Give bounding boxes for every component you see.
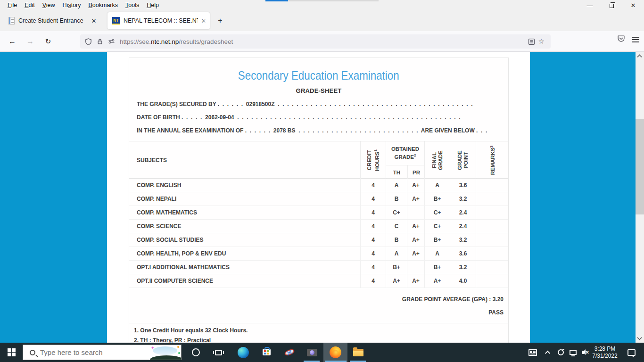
recorder-icon [558, 349, 564, 355]
lock-icon[interactable] [97, 38, 103, 45]
menu-item[interactable]: Help [143, 2, 163, 8]
permissions-icon[interactable] [108, 38, 115, 45]
taskbar-clock[interactable]: 3:28 PM 7/31/2022 [588, 343, 621, 362]
cell-th-grade: C+ [386, 206, 407, 219]
header-pr: PR [407, 165, 425, 179]
screen-recorder-tray-button[interactable] [555, 343, 566, 362]
search-icon [30, 350, 35, 355]
tab-nepal-telecom-active[interactable]: NT NEPAL TELECOM :: SEE.NTC.NET ✕ [107, 12, 210, 29]
file-explorer-button[interactable] [349, 343, 368, 362]
cell-subject: COMP. MATHEMATICS [129, 206, 360, 219]
page-subtitle: GRADE-SHEET [129, 87, 508, 94]
menu-item[interactable]: File [4, 2, 21, 8]
cell-final-grade: A [424, 247, 450, 260]
menu-item[interactable]: Bookmarks [85, 2, 122, 8]
back-button[interactable]: ← [6, 35, 19, 48]
network-icon [570, 350, 577, 355]
cell-subject: COMP. ENGLISH [129, 179, 360, 192]
footnote: 2. TH : Theory, PR : Practical [134, 336, 248, 343]
scrollbar-thumb[interactable] [636, 119, 644, 214]
cell-grade-point: 2.4 [450, 206, 476, 219]
loading-strip-track [288, 0, 379, 1]
microsoft-store-button[interactable] [257, 343, 276, 362]
tray-expand-button[interactable] [543, 343, 554, 362]
network-tray-button[interactable] [567, 343, 579, 362]
edge-icon [238, 347, 249, 358]
cell-final-grade: B+ [424, 233, 450, 247]
camera-button[interactable] [303, 343, 322, 362]
table-row: COMP. HEALTH, POP & ENV EDU 4 A A+ A 3.6 [129, 247, 508, 261]
task-view-button[interactable] [209, 343, 228, 362]
url-text[interactable]: https://see.ntc.net.np/results/gradeshee… [120, 38, 523, 45]
news-widgets-button[interactable] [526, 343, 539, 362]
close-button[interactable]: ✕ [622, 0, 644, 10]
header-remarks: REMARKS3 [476, 141, 508, 179]
cell-credit-hours: 4 [360, 274, 386, 288]
cell-credit-hours: 4 [360, 261, 386, 274]
tab-close-icon[interactable]: ✕ [89, 16, 99, 25]
cell-remarks [476, 179, 508, 192]
navigation-bar: ← → ↻ https://see.ntc.net.np/results/gra… [0, 31, 644, 52]
cell-grade-point: 3.2 [450, 192, 476, 206]
header-subjects: SUBJECTS [129, 141, 360, 179]
table-row: COMP. ENGLISH 4 A A+ A 3.6 [129, 179, 508, 192]
search-input[interactable] [40, 348, 150, 356]
gpa-summary: GRADE POINT AVERAGE (GPA) : 3.20 [402, 296, 504, 303]
cell-pr-grade: A+ [407, 179, 424, 192]
cell-subject: COMP. HEALTH, POP & ENV EDU [129, 247, 360, 260]
snipping-tool-button[interactable] [280, 343, 299, 362]
table-body: COMP. ENGLISH 4 A A+ A 3.6 COMP. NEPALI [129, 179, 508, 288]
divider [129, 323, 508, 323]
forward-button[interactable]: → [24, 35, 37, 48]
menu-item[interactable]: History [59, 2, 85, 8]
taskbar-search[interactable]: ✦ [23, 345, 182, 360]
taskbar: ✦ ✕ 3:28 PM 7/31/2022 [0, 343, 644, 362]
cell-remarks [476, 274, 508, 288]
cell-th-grade: B+ [386, 261, 407, 274]
cell-remarks [476, 192, 508, 206]
shield-icon[interactable] [85, 38, 92, 45]
menu-item[interactable]: View [39, 2, 59, 8]
tab-create-student-entrance[interactable]: Create Student Entrance ✕ [4, 12, 104, 29]
cell-grade-point: 4.0 [450, 274, 476, 288]
clock-date: 7/31/2022 [592, 353, 617, 360]
cell-final-grade: C+ [424, 220, 450, 233]
cell-final-grade: B+ [424, 192, 450, 206]
menu-item[interactable]: Tools [122, 2, 143, 8]
menu-hamburger-icon[interactable] [632, 37, 639, 42]
pocket-icon[interactable] [617, 35, 625, 44]
cell-subject: OPT.II COMPUTER SCIENCE [129, 274, 360, 288]
firefox-button-active[interactable] [323, 343, 347, 362]
vertical-scrollbar[interactable] [636, 52, 644, 343]
cell-grade-point: 3.2 [450, 233, 476, 247]
url-bar[interactable]: https://see.ntc.net.np/results/gradeshee… [80, 34, 551, 49]
loading-strip-progress [265, 0, 288, 1]
cell-final-grade: A [424, 179, 450, 192]
cell-th-grade: A [386, 179, 407, 192]
restore-button[interactable] [601, 0, 622, 10]
header-grade-point: GRADE POINT [450, 141, 476, 179]
nt-favicon: NT [112, 17, 120, 25]
cortana-button[interactable] [186, 343, 205, 362]
minimize-button[interactable]: — [579, 0, 601, 10]
reload-button[interactable]: ↻ [41, 35, 55, 48]
start-button[interactable] [0, 343, 23, 362]
edge-button[interactable] [234, 343, 253, 362]
new-tab-button[interactable]: + [215, 15, 226, 26]
scroll-down-icon[interactable] [637, 335, 642, 340]
cell-credit-hours: 4 [360, 233, 386, 247]
reader-mode-icon[interactable] [528, 38, 535, 45]
cell-remarks [476, 233, 508, 247]
bookmark-star-icon[interactable]: ☆ [535, 37, 548, 46]
footnotes: 1. One Credit Hour equals 32 Clock Hours… [134, 326, 248, 343]
table-row: OPT.II COMPUTER SCIENCE 4 A+ A+ A+ 4.0 [129, 274, 508, 288]
tab-close-icon[interactable]: ✕ [199, 16, 208, 25]
action-center-button[interactable] [623, 343, 639, 362]
cell-remarks [476, 261, 508, 274]
table-row: COMP. MATHEMATICS 4 C+ C+ 2.4 [129, 206, 508, 220]
speaker-icon [582, 351, 584, 354]
scroll-up-icon[interactable] [637, 54, 642, 59]
cell-subject: COMP. SCIENCE [129, 220, 360, 233]
cell-subject: COMP. NEPALI [129, 192, 360, 206]
menu-item[interactable]: Edit [21, 2, 39, 8]
